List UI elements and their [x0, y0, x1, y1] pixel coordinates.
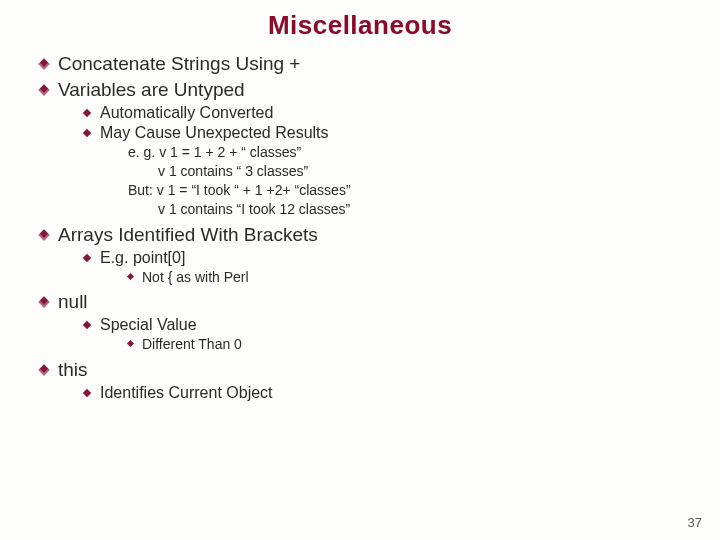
bullet-arrays-label: Arrays Identified With Brackets: [58, 224, 318, 245]
bullet-unexpected: May Cause Unexpected Results e. g. v 1 =…: [84, 123, 720, 220]
bullet-null: null Special Value Different Than 0: [40, 289, 720, 357]
bullet-untyped-label: Variables are Untyped: [58, 79, 245, 100]
slide-number: 37: [688, 515, 702, 530]
bullet-not-perl: Not { as with Perl: [128, 268, 720, 287]
slide-title: Miscellaneous: [0, 0, 720, 41]
bullet-auto-converted: Automatically Converted: [84, 103, 720, 123]
bullet-current-object: Identifies Current Object: [84, 383, 720, 403]
bullet-null-label: null: [58, 291, 88, 312]
bullet-untyped: Variables are Untyped Automatically Conv…: [40, 77, 720, 222]
bullet-diff-zero: Different Than 0: [128, 335, 720, 354]
bullet-special-value: Special Value Different Than 0: [84, 315, 720, 355]
example-line-1: e. g. v 1 = 1 + 2 + “ classes”: [128, 143, 720, 162]
example-line-2: v 1 contains “ 3 classes”: [128, 162, 720, 181]
example-line-3: But: v 1 = “I took “ + 1 +2+ “classes”: [128, 181, 720, 200]
bullet-this-label: this: [58, 359, 88, 380]
bullet-arrays: Arrays Identified With Brackets E.g. poi…: [40, 222, 720, 290]
slide-body: Concatenate Strings Using + Variables ar…: [0, 41, 720, 405]
bullet-this: this Identifies Current Object: [40, 357, 720, 405]
bullet-special-value-label: Special Value: [100, 316, 197, 333]
bullet-point0: E.g. point[0] Not { as with Perl: [84, 248, 720, 288]
bullet-unexpected-label: May Cause Unexpected Results: [100, 124, 329, 141]
example-line-4: v 1 contains “I took 12 classes”: [128, 200, 720, 219]
bullet-concat: Concatenate Strings Using +: [40, 51, 720, 77]
bullet-point0-label: E.g. point[0]: [100, 249, 185, 266]
